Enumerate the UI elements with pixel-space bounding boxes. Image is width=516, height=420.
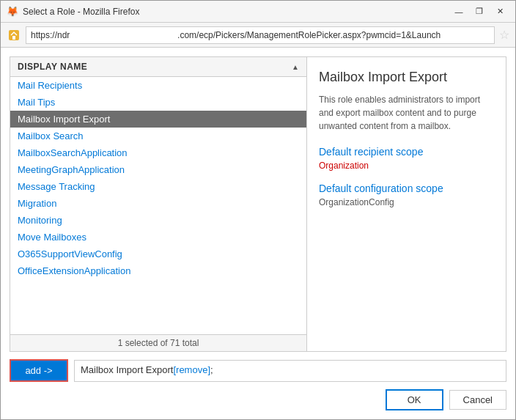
title-bar: 🦊 Select a Role - Mozilla Firefox — ❐ ✕ <box>1 1 515 23</box>
restore-button[interactable]: ❐ <box>470 4 489 19</box>
config-scope-label: Default configuration scope <box>319 183 494 194</box>
display-name-column-header: DISPLAY NAME <box>18 62 87 72</box>
list-item[interactable]: MailboxSearchApplication <box>10 144 306 161</box>
list-item[interactable]: Move Mailboxes <box>10 229 306 246</box>
ok-button[interactable]: OK <box>386 389 443 410</box>
window-title: Select a Role - Mozilla Firefox <box>23 7 449 17</box>
bookmark-star-icon[interactable]: ☆ <box>499 28 509 42</box>
home-icon <box>7 28 21 43</box>
list-item[interactable]: OfficeExtensionApplication <box>10 262 306 279</box>
minimize-button[interactable]: — <box>449 4 468 19</box>
recipient-scope-value: Organization <box>319 161 494 171</box>
selected-roles-field: Mailbox Import Export[remove]; <box>74 360 506 382</box>
panels: DISPLAY NAME ▲ Mail Recipients Mail Tips… <box>10 56 506 352</box>
sort-ascending-icon[interactable]: ▲ <box>292 63 299 71</box>
remove-link[interactable]: [remove] <box>173 364 210 375</box>
roles-list[interactable]: Mail Recipients Mail Tips Mailbox Import… <box>10 77 306 334</box>
list-header: DISPLAY NAME ▲ <box>10 57 306 77</box>
add-button[interactable]: add -> <box>10 359 68 382</box>
detail-title: Mailbox Import Export <box>319 69 494 86</box>
list-item[interactable]: MeetingGraphApplication <box>10 161 306 178</box>
svg-rect-1 <box>12 36 15 40</box>
list-item[interactable]: Message Tracking <box>10 178 306 195</box>
action-row: OK Cancel <box>10 389 506 410</box>
address-input[interactable] <box>26 26 495 44</box>
list-item[interactable]: Mailbox Search <box>10 128 306 144</box>
close-button[interactable]: ✕ <box>490 4 509 19</box>
bottom-controls: add -> Mailbox Import Export[remove]; <box>10 359 506 382</box>
semicolon: ; <box>210 364 213 375</box>
cancel-button[interactable]: Cancel <box>449 390 506 410</box>
recipient-scope-label: Default recipient scope <box>319 146 494 158</box>
list-item[interactable]: Migration <box>10 195 306 212</box>
config-scope-value: OrganizationConfig <box>319 197 494 207</box>
list-item[interactable]: Mail Tips <box>10 94 306 111</box>
selected-role-text: Mailbox Import Export <box>81 364 173 375</box>
main-window: 🦊 Select a Role - Mozilla Firefox — ❐ ✕ … <box>0 0 516 420</box>
list-item-selected[interactable]: Mailbox Import Export <box>10 111 306 128</box>
list-item[interactable]: O365SupportViewConfig <box>10 246 306 262</box>
detail-description: This role enables administrators to impo… <box>319 93 494 133</box>
list-footer: 1 selected of 71 total <box>10 334 306 351</box>
window-controls: — ❐ ✕ <box>449 4 509 19</box>
right-panel: Mailbox Import Export This role enables … <box>307 57 506 351</box>
address-bar: ☆ <box>1 23 515 48</box>
list-item[interactable]: Mail Recipients <box>10 77 306 94</box>
browser-icon: 🦊 <box>7 6 18 18</box>
dialog-content: DISPLAY NAME ▲ Mail Recipients Mail Tips… <box>1 48 515 419</box>
list-item[interactable]: Monitoring <box>10 212 306 229</box>
left-panel: DISPLAY NAME ▲ Mail Recipients Mail Tips… <box>10 57 307 351</box>
